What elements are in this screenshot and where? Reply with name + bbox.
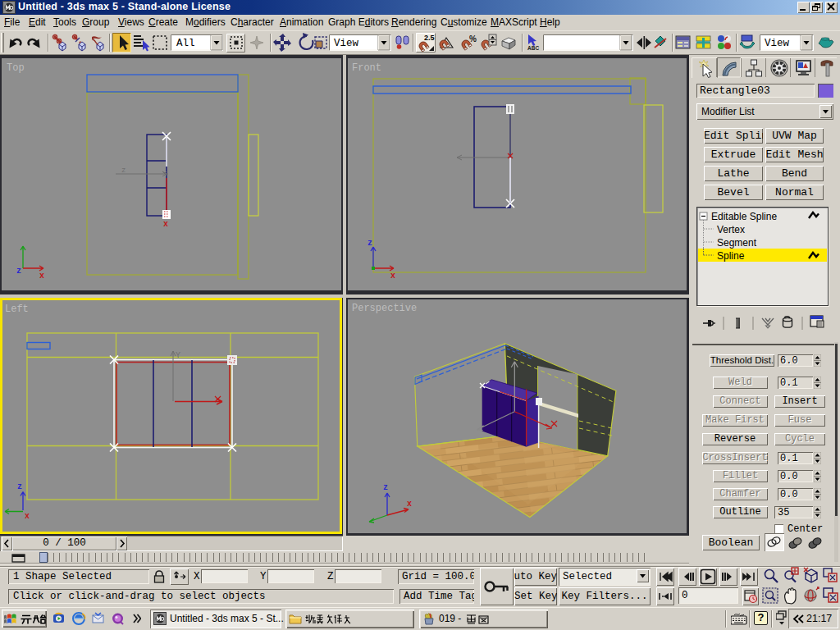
svg-text:z: z bbox=[121, 167, 126, 175]
svg-text:Top: Top bbox=[7, 62, 25, 74]
svg-text:View: View bbox=[334, 38, 359, 49]
svg-text:Y: Y bbox=[176, 351, 180, 360]
svg-text:z: z bbox=[17, 482, 22, 491]
svg-text:z: z bbox=[16, 267, 21, 276]
svg-text:x: x bbox=[25, 512, 30, 521]
svg-text:Editable Spline: Editable Spline bbox=[711, 211, 777, 222]
svg-text:ABC: ABC bbox=[527, 45, 539, 51]
svg-text:2.5: 2.5 bbox=[424, 34, 435, 42]
svg-text:Perspective: Perspective bbox=[352, 303, 417, 314]
svg-text:Spline: Spline bbox=[717, 250, 745, 262]
svg-text:x: x bbox=[407, 500, 412, 509]
svg-text:Front: Front bbox=[352, 62, 381, 74]
svg-text:Segment: Segment bbox=[717, 237, 757, 249]
svg-text:z: z bbox=[368, 239, 372, 248]
svg-text:All: All bbox=[176, 38, 195, 49]
svg-text:x: x bbox=[163, 220, 168, 229]
svg-text:Vertex: Vertex bbox=[717, 224, 745, 235]
svg-text:Left: Left bbox=[5, 304, 29, 315]
svg-text:View: View bbox=[765, 38, 790, 49]
svg-text:x: x bbox=[390, 272, 395, 281]
svg-text:%: % bbox=[469, 34, 477, 43]
svg-text:z: z bbox=[383, 483, 388, 492]
svg-text:x: x bbox=[39, 272, 44, 281]
